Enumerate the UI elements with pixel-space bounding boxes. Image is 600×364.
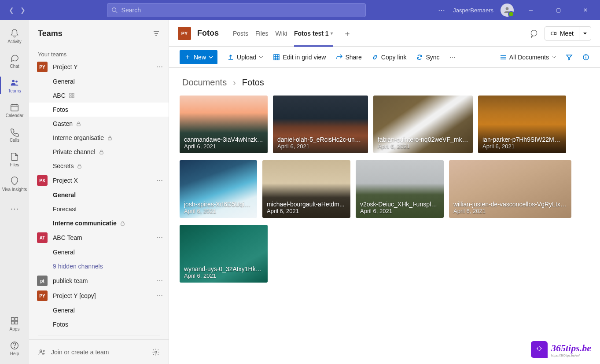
rail-files[interactable]: Files [0, 147, 29, 172]
upload-button[interactable]: Upload [227, 54, 263, 61]
avatar[interactable] [501, 4, 514, 17]
channel-row[interactable]: General [29, 188, 169, 202]
file-card[interactable]: josh-spires-XrI6D5UqiN... April 6, 2021 [180, 160, 257, 218]
channel-row[interactable]: ABC [29, 88, 169, 103]
settings-more-icon[interactable]: ⋯ [438, 6, 446, 15]
rail-chat[interactable]: Chat [0, 48, 29, 73]
svg-point-44 [586, 55, 586, 56]
tab-files[interactable]: Files [252, 20, 272, 47]
channel-name: Interne communicatie [53, 220, 117, 227]
conversation-icon[interactable] [530, 29, 538, 38]
tab-posts[interactable]: Posts [229, 20, 252, 47]
channel-row[interactable]: Secrets [29, 159, 169, 173]
add-tab-button[interactable]: ＋ [343, 28, 351, 39]
channel-row[interactable]: Interne communicatie [29, 216, 169, 230]
team-more-icon[interactable]: ⋯ [157, 234, 163, 241]
rail-teams[interactable]: Teams [0, 73, 29, 98]
channel-row[interactable]: Forecast [29, 202, 169, 216]
file-name: wynand-uys-0_32AIxy1Hk-uns... [184, 265, 263, 272]
watermark-badge-icon [531, 341, 548, 358]
channel-name: ABC [53, 92, 66, 99]
channel-row[interactable]: 9 hidden channels [29, 259, 169, 273]
svg-rect-20 [70, 96, 71, 98]
tab-wiki[interactable]: Wiki [272, 20, 291, 47]
rail-insights[interactable]: Viva Insights [0, 172, 29, 196]
rail-label: Activity [7, 39, 22, 44]
team-more-icon[interactable]: ⋯ [157, 277, 163, 284]
chevron-right-icon: › [233, 77, 236, 88]
team-more-icon[interactable]: ⋯ [157, 177, 163, 184]
bell-icon [10, 29, 19, 38]
search-icon [111, 7, 118, 13]
channel-name: Fotos [53, 106, 68, 113]
nav-forward-icon[interactable]: ❯ [20, 7, 26, 14]
channel-row[interactable]: General [29, 303, 169, 317]
team-row[interactable]: PYProject Y [copy]⋯ [29, 288, 169, 303]
team-row[interactable]: PXProject X⋯ [29, 173, 169, 188]
meet-button[interactable]: Meet [545, 26, 591, 40]
tab-fotos-test-1[interactable]: Fotos test 1▾ [291, 20, 336, 47]
channel-row[interactable]: Private channel [29, 145, 169, 159]
app-icon [69, 93, 74, 98]
lock-icon [77, 164, 82, 169]
rail-calls[interactable]: Calls [0, 122, 29, 147]
file-card[interactable]: wynand-uys-0_32AIxy1Hk-uns... April 6, 2… [180, 225, 268, 283]
team-row[interactable]: ATABC Team⋯ [29, 230, 169, 245]
svg-rect-25 [78, 165, 81, 168]
join-team-label[interactable]: Join or create a team [51, 349, 109, 356]
breadcrumb-root[interactable]: Documents [182, 77, 227, 88]
more-icon: ⋯ [10, 203, 19, 214]
rail-help[interactable]: Help [0, 336, 29, 360]
window-close-icon[interactable]: ✕ [575, 0, 596, 20]
team-row[interactable]: PYProject Y⋯ [29, 59, 169, 74]
rail-activity[interactable]: Activity [0, 24, 29, 48]
rail-more[interactable]: ⋯ [0, 196, 29, 221]
file-name: fabian-quintero-nq02weVF_mk-u... [378, 136, 468, 143]
window-minimize-icon[interactable]: ─ [521, 0, 541, 20]
team-more-icon[interactable]: ⋯ [157, 292, 163, 299]
toolbar-more[interactable]: ⋯ [449, 54, 456, 61]
file-card[interactable]: daniel-olah-5_eRcisHc2c-unspl... April 6… [273, 96, 368, 153]
svg-rect-24 [99, 151, 103, 154]
file-date: April 6, 2021 [267, 208, 346, 214]
lock-icon [76, 121, 81, 126]
filter-pane-icon[interactable] [566, 54, 573, 61]
file-card[interactable]: michael-bourgault-aHetdm... April 6, 202… [262, 160, 350, 218]
nav-back-icon[interactable]: ❮ [9, 7, 14, 14]
join-team-icon[interactable] [38, 348, 46, 356]
file-card[interactable]: willian-justen-de-vasconcellos-VgRyLtxF.… [449, 160, 571, 218]
channel-row[interactable]: Interne organisatie [29, 131, 169, 145]
channel-row[interactable]: Fotos [29, 103, 169, 117]
all-documents-button[interactable]: All Documents [500, 54, 556, 61]
rail-apps[interactable]: Apps [0, 311, 29, 336]
file-card[interactable]: canmandawe-3iaV4wNnzks-... April 6, 2021 [180, 96, 268, 153]
team-more-icon[interactable]: ⋯ [157, 63, 163, 70]
svg-point-45 [537, 347, 541, 350]
edit-grid-button[interactable]: Edit in grid view [273, 54, 326, 61]
copy-link-button[interactable]: Copy link [372, 54, 407, 61]
channel-row[interactable]: General [29, 245, 169, 259]
window-maximize-icon[interactable]: ▢ [548, 0, 568, 20]
team-row[interactable]: ptpubliek team⋯ [29, 273, 169, 288]
lock-icon [120, 221, 125, 226]
list-icon [500, 54, 507, 61]
rail-calendar[interactable]: Calendar [0, 98, 29, 122]
filter-icon[interactable] [153, 30, 160, 37]
file-card[interactable]: fabian-quintero-nq02weVF_mk-u... April 6… [373, 96, 473, 153]
channel-row[interactable]: General [29, 74, 169, 88]
channel-row[interactable]: Gasten [29, 117, 169, 131]
info-icon[interactable] [582, 54, 589, 61]
svg-point-31 [155, 351, 157, 353]
grid-icon [273, 54, 280, 61]
search-input[interactable] [107, 3, 366, 17]
share-button[interactable]: Share [335, 54, 361, 61]
channel-row[interactable]: Fotos [29, 317, 169, 331]
file-card[interactable]: v2osk-Deiuc_XHk_I-unsplas... April 6, 20… [356, 160, 444, 218]
file-date: April 6, 2021 [277, 143, 364, 150]
tab-label: Files [255, 30, 269, 37]
new-button[interactable]: ＋ New [180, 50, 217, 64]
file-card[interactable]: ian-parker-p7Hh9SIW22M-u... April 6, 202… [478, 96, 566, 153]
sync-button[interactable]: Sync [416, 54, 439, 61]
meet-dropdown[interactable] [579, 27, 591, 40]
gear-icon[interactable] [152, 348, 160, 356]
